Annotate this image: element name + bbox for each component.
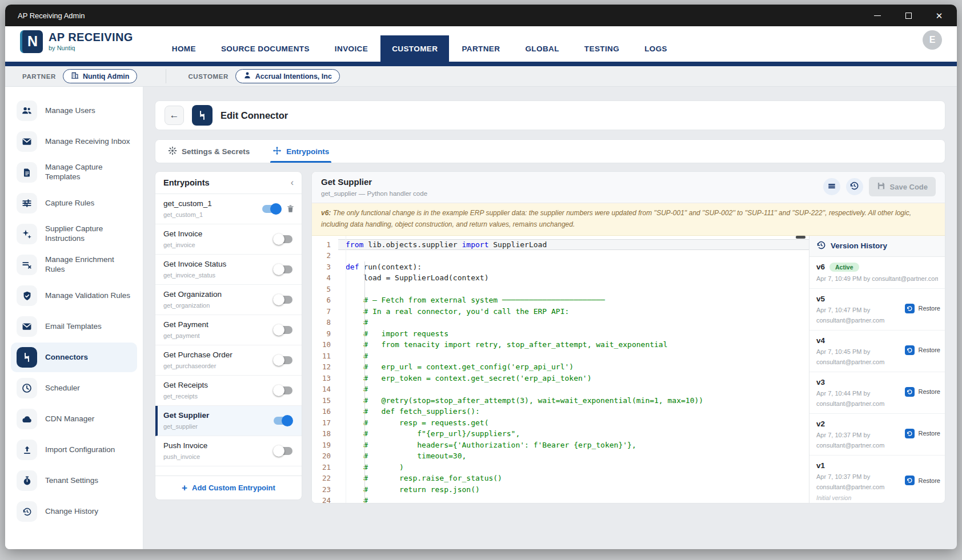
entrypoint-toggle[interactable] [274,265,292,273]
sidebar-item-capture-rules[interactable]: Capture Rules [11,188,137,218]
entrypoint-toggle[interactable] [274,417,292,425]
sidebar-item-manage-validation-rules[interactable]: Manage Validation Rules [11,281,137,311]
entrypoint-item-get_invoice[interactable]: Get Invoiceget_invoice [155,224,302,255]
history-icon [17,501,37,522]
nav-item-global[interactable]: GLOBAL [524,35,560,62]
collapse-panel-icon[interactable]: ‹ [291,178,294,187]
entrypoint-toggle[interactable] [274,235,292,243]
version-meta: consultant@partner.com [816,442,938,449]
entrypoint-item-get_organization[interactable]: Get Organizationget_organization [155,285,302,315]
code-line-16[interactable]: 16 # def fetch_suppliers(): [312,406,809,417]
save-code-button[interactable]: Save Code [869,177,936,196]
code-line-9[interactable]: 9 # import requests [312,328,809,340]
restore-button[interactable]: Restore [905,476,940,485]
code-line-4[interactable]: 4 load = SupplierLoad(context) [312,272,809,284]
code-line-2[interactable]: 2 [312,250,809,261]
entrypoint-toggle[interactable] [274,296,292,304]
window-titlebar: AP Receiving Admin ✕ [5,5,957,26]
entrypoint-item-get_invoice_status[interactable]: Get Invoice Statusget_invoice_status [155,255,302,285]
version-history-panel: Version History v6ActiveApr 7, 10:49 PM … [809,236,945,503]
sidebar-item-supplier-capture-instructions[interactable]: Supplier Capture Instructions [11,219,137,249]
sidebar-item-cdn-manager[interactable]: CDN Manager [11,404,137,434]
code-line-23[interactable]: 23 # return resp.json() [312,484,809,495]
nav-item-logs[interactable]: LOGS [643,35,668,62]
restore-button[interactable]: Restore [905,304,940,313]
sidebar-item-label: Manage Users [45,106,95,116]
code-line-24[interactable]: 24 # [312,495,809,503]
sidebar-item-manage-users[interactable]: Manage Users [11,96,137,126]
format-lines-icon [827,182,836,192]
version-meta: consultant@partner.com [816,400,938,407]
tab-entrypoints[interactable]: Entrypoints [272,140,329,163]
entrypoint-item-get_supplier[interactable]: Get Supplierget_supplier [155,406,302,436]
trash-icon[interactable] [286,204,295,215]
entrypoint-item-get_receipts[interactable]: Get Receiptsget_receipts [155,376,302,406]
sidebar-item-manage-enrichment-rules[interactable]: Manage Enrichment Rules [11,250,137,280]
format-lines-button[interactable] [823,178,840,195]
close-button[interactable]: ✕ [934,10,944,21]
code-line-13[interactable]: 13 # erp_token = context.get_secret('erp… [312,373,809,384]
entrypoint-toggle[interactable] [262,205,281,213]
app-logo: N AP RECEIVING by Nuntiq [20,30,133,53]
history-button[interactable] [846,178,863,195]
sidebar-item-scheduler[interactable]: Scheduler [11,373,137,403]
sidebar-item-tenant-settings[interactable]: Tenant Settings [11,466,137,495]
sidebar-item-email-templates[interactable]: Email Templates [11,312,137,341]
sidebar-item-connectors[interactable]: Connectors [11,343,137,372]
sidebar-item-change-history[interactable]: Change History [11,497,137,526]
code-line-22[interactable]: 22 # resp.raise_for_status() [312,473,809,484]
customer-chip[interactable]: Accrual Intentions, Inc [235,69,340,83]
minimize-button[interactable] [872,10,883,21]
entrypoint-item-get_custom_1[interactable]: get_custom_1get_custom_1 [155,194,302,224]
add-custom-entrypoint-button[interactable]: + Add Custom Entrypoint [155,476,302,499]
nav-item-customer[interactable]: CUSTOMER [380,35,449,62]
code-line-5[interactable]: 5 [312,284,809,295]
nav-item-testing[interactable]: TESTING [583,35,620,62]
code-line-11[interactable]: 11 # [312,350,809,362]
code-line-1[interactable]: 1from lib.objects.supplier import Suppli… [312,239,809,251]
sidebar-item-import-configuration[interactable]: Import Configuration [11,435,137,465]
nav-item-partner[interactable]: PARTNER [460,35,501,62]
code-line-20[interactable]: 20 # timeout=30, [312,450,809,462]
code-area[interactable]: 1from lib.objects.supplier import Suppli… [312,236,809,503]
code-line-19[interactable]: 19 # headers={'Authorization': f'Bearer … [312,440,809,451]
code-line-12[interactable]: 12 # erp_url = context.get_config('erp_a… [312,361,809,373]
partner-chip[interactable]: Nuntiq Admin [63,69,137,83]
nav-item-source-documents[interactable]: SOURCE DOCUMENTS [220,35,311,62]
code-line-8[interactable]: 8 # [312,317,809,328]
nav-item-invoice[interactable]: INVOICE [334,35,369,62]
entrypoint-item-get_payment[interactable]: Get Paymentget_payment [155,315,302,345]
sidebar-item-manage-receiving-inbox[interactable]: Manage Receiving Inbox [11,127,137,156]
code-line-17[interactable]: 17 # resp = requests.get( [312,417,809,429]
restore-button[interactable]: Restore [905,387,940,397]
restore-icon [905,304,915,313]
entrypoint-toggle[interactable] [274,386,292,394]
tab-settings-secrets[interactable]: Settings & Secrets [168,140,250,163]
sidebar-item-label: Scheduler [45,384,80,393]
back-button[interactable]: ← [165,106,184,125]
code-line-3[interactable]: 3def run(context): [312,261,809,273]
line-number: 23 [312,484,338,495]
code-line-6[interactable]: 6 # — Fetch from external system ───────… [312,295,809,306]
entrypoint-toggle[interactable] [274,447,292,455]
code-line-21[interactable]: 21 # ) [312,462,809,473]
code-line-15[interactable]: 15 # @retry(stop=stop_after_attempt(3), … [312,395,809,406]
entrypoint-toggle[interactable] [274,326,292,334]
line-number: 24 [312,495,338,503]
customer-chip-label: Accrual Intentions, Inc [255,72,332,80]
code-line-7[interactable]: 7 # In a real connector, you'd call the … [312,306,809,317]
user-avatar[interactable]: E [923,30,942,50]
entrypoint-item-get_purchaseorder[interactable]: Get Purchase Orderget_purchaseorder [155,345,302,376]
code-line-10[interactable]: 10 # from tenacity import retry, stop_af… [312,339,809,350]
tab-label: Entrypoints [286,147,329,156]
sidebar-item-manage-capture-templates[interactable]: Manage Capture Templates [11,158,137,187]
maximize-button[interactable] [903,10,913,21]
code-scrollbar-thumb[interactable] [796,236,805,239]
restore-button[interactable]: Restore [905,429,940,438]
code-line-18[interactable]: 18 # f"{erp_url}/suppliers", [312,428,809,440]
code-line-14[interactable]: 14 # [312,384,809,395]
nav-item-home[interactable]: HOME [171,35,197,62]
restore-button[interactable]: Restore [905,345,940,355]
entrypoint-item-push_invoice[interactable]: Push Invoicepush_invoice [155,436,302,466]
entrypoint-toggle[interactable] [274,356,292,364]
